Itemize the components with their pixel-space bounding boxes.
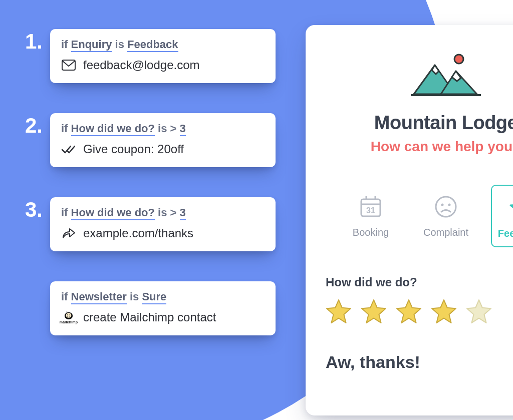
category-complaint[interactable]: Complaint: [416, 185, 476, 247]
thanks-heading: Aw, thanks!: [326, 352, 513, 372]
cond-value[interactable]: 3: [180, 122, 186, 136]
category-feedback[interactable]: Feedback: [491, 185, 513, 247]
cond-prefix: if: [61, 290, 71, 303]
cond-operator: is >: [155, 206, 180, 219]
mailchimp-label: mailchimp: [60, 320, 78, 324]
rule-action: example.com/thanks: [61, 226, 265, 240]
cond-field[interactable]: How did we do?: [71, 122, 155, 136]
rule-item: if Newsletter is Sure mailchimp create M…: [25, 281, 276, 335]
rule-condition: if Enquiry is Feedback: [61, 38, 265, 51]
svg-point-13: [441, 204, 444, 206]
cond-field[interactable]: How did we do?: [71, 206, 155, 220]
svg-point-3: [67, 314, 68, 315]
star-4[interactable]: [431, 298, 457, 324]
star-rating[interactable]: [326, 298, 513, 324]
share-icon: [61, 227, 76, 240]
star-outline-icon: [507, 194, 513, 222]
star-2[interactable]: [361, 298, 387, 324]
sad-face-icon: [432, 193, 460, 221]
cond-value[interactable]: Sure: [142, 290, 166, 304]
rule-number: 1.: [25, 29, 50, 52]
star-1[interactable]: [326, 298, 352, 324]
star-5[interactable]: [466, 298, 492, 324]
svg-text:31: 31: [366, 206, 375, 215]
brand-subtitle: How can we help you?: [326, 139, 513, 155]
rule-card[interactable]: if Newsletter is Sure mailchimp create M…: [50, 281, 276, 335]
svg-point-12: [436, 197, 456, 217]
cond-value[interactable]: 3: [180, 206, 186, 220]
category-label: Feedback: [498, 228, 513, 239]
rule-card[interactable]: if Enquiry is Feedback feedback@lodge.co…: [50, 29, 276, 83]
rule-item: 3. if How did we do? is > 3 example.com/…: [25, 197, 276, 251]
rule-action: Give coupon: 20off: [61, 142, 265, 156]
cond-prefix: if: [61, 122, 71, 135]
brand-logo: [326, 50, 513, 100]
action-text: feedback@lodge.com: [83, 58, 200, 72]
rule-number: 3.: [25, 197, 50, 220]
svg-point-5: [454, 55, 463, 64]
star-3[interactable]: [396, 298, 422, 324]
category-label: Booking: [353, 227, 389, 238]
action-text: example.com/thanks: [83, 226, 193, 240]
rules-list: 1. if Enquiry is Feedback feedback@lodge…: [25, 29, 276, 365]
form-preview-panel: Mountain Lodge How can we help you? 31 B…: [306, 25, 513, 415]
rule-action: mailchimp create Mailchimp contact: [61, 310, 265, 324]
rule-action: feedback@lodge.com: [61, 58, 265, 72]
cond-value[interactable]: Feedback: [127, 38, 178, 52]
check-double-icon: [61, 143, 76, 156]
category-label: Complaint: [423, 227, 468, 238]
cond-field[interactable]: Enquiry: [71, 38, 112, 52]
rule-item: 1. if Enquiry is Feedback feedback@lodge…: [25, 29, 276, 83]
calendar-icon: 31: [357, 193, 385, 221]
category-row: 31 Booking Complaint Feedback: [326, 185, 513, 247]
rating-question-label: How did we do?: [326, 275, 513, 289]
cond-field[interactable]: Newsletter: [71, 290, 127, 304]
rule-item: 2. if How did we do? is > 3 Give coupon:…: [25, 113, 276, 167]
action-text: create Mailchimp contact: [83, 310, 216, 324]
mailchimp-icon: mailchimp: [61, 311, 76, 324]
cond-prefix: if: [61, 206, 71, 219]
cond-operator: is >: [155, 122, 180, 135]
category-booking[interactable]: 31 Booking: [341, 185, 401, 247]
cond-operator: is: [112, 38, 127, 51]
mail-icon: [61, 59, 76, 72]
rule-condition: if Newsletter is Sure: [61, 290, 265, 303]
action-text: Give coupon: 20off: [83, 142, 184, 156]
cond-operator: is: [127, 290, 142, 303]
svg-point-4: [69, 314, 70, 315]
svg-rect-0: [62, 60, 75, 70]
brand-title: Mountain Lodge: [326, 112, 513, 134]
rule-condition: if How did we do? is > 3: [61, 122, 265, 135]
rule-card[interactable]: if How did we do? is > 3 example.com/tha…: [50, 197, 276, 251]
rule-card[interactable]: if How did we do? is > 3 Give coupon: 20…: [50, 113, 276, 167]
rule-number: 2.: [25, 113, 50, 136]
cond-prefix: if: [61, 38, 71, 51]
rule-condition: if How did we do? is > 3: [61, 206, 265, 219]
svg-point-14: [448, 204, 451, 206]
